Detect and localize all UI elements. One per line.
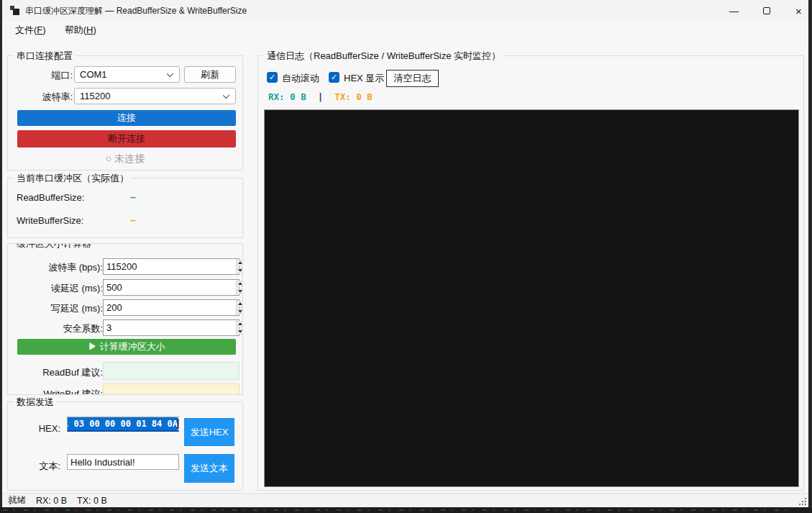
titlebar: 串口缓冲区深度理解 — ReadBufferSize & WriteBuffer…	[2, 0, 808, 22]
statusbar: 就绪 RX: 0 B TX: 0 B	[2, 493, 808, 507]
group-data-send: 数据发送 HEX: 01 03 00 00 00 01 84 0A 发送HEX …	[7, 401, 243, 491]
group-title: 缓冲区大小计算器	[14, 243, 94, 250]
readbuffersize-value: –	[130, 191, 136, 203]
read-delay-field	[103, 279, 240, 296]
resize-grip[interactable]	[798, 496, 807, 506]
counter-separator: |	[306, 91, 335, 102]
status-rx-text: RX: 0 B	[36, 496, 67, 506]
screen: 串口缓冲区深度理解 — ReadBufferSize & WriteBuffer…	[0, 0, 812, 513]
group-current-buffers: 当前串口缓冲区（实际值） ReadBufferSize: – WriteBuff…	[7, 178, 243, 238]
writebuffersize-value: –	[130, 214, 136, 226]
spin-up-icon[interactable]	[237, 321, 243, 327]
autoscroll-label: 自动滚动	[282, 72, 319, 85]
desktop-speckles	[3, 509, 794, 511]
connection-status-text: ○ 未连接	[8, 153, 242, 165]
refresh-button[interactable]: 刷新	[184, 66, 236, 83]
rx-counter: RX: 0 B	[268, 91, 306, 102]
group-title: 当前串口缓冲区（实际值）	[14, 172, 132, 185]
maximize-box	[763, 7, 770, 14]
send-hex-button[interactable]: 发送HEX	[184, 418, 234, 446]
send-text-button[interactable]: 发送文本	[184, 454, 234, 483]
read-delay-label: 读延迟 (ms):	[14, 282, 103, 295]
port-value: COM1	[80, 69, 107, 80]
baud-value: 115200	[80, 91, 110, 101]
disconnect-button[interactable]: 断开连接	[17, 130, 236, 147]
safety-factor-label: 安全系数:	[14, 322, 103, 335]
group-communication-log: 通信日志（ReadBufferSize / WriteBufferSize 实时…	[257, 55, 804, 491]
hex-input[interactable]: 01 03 00 00 00 01 84 0A	[67, 417, 179, 432]
safety-factor-field	[103, 319, 240, 336]
write-delay-input[interactable]	[104, 300, 236, 315]
clear-log-button[interactable]: 清空日志	[386, 70, 439, 87]
minimize-icon[interactable]: —	[718, 0, 750, 22]
window-title: 串口缓冲区深度理解 — ReadBufferSize & WriteBuffer…	[25, 5, 247, 17]
group-serial-connection: 串口连接配置 端口: COM1 刷新 波特率: 115200 连接 断开连接 ○…	[7, 55, 243, 171]
group-title: 串口连接配置	[14, 50, 76, 63]
menu-item-file[interactable]: 文件(F)	[11, 22, 50, 38]
text-input[interactable]	[67, 454, 179, 470]
text-caret	[178, 419, 178, 429]
rx-tx-counters: RX: 0 B|TX: 0 B	[268, 91, 373, 102]
baudrate-bps-input[interactable]	[104, 259, 236, 274]
maximize-icon[interactable]	[750, 0, 783, 22]
baudrate-bps-label: 波特率 (bps):	[14, 261, 103, 274]
chevron-down-icon	[223, 92, 229, 99]
hex-display-label: HEX 显示	[344, 72, 384, 85]
calculate-buffer-button[interactable]: ▶ 计算缓冲区大小	[17, 339, 236, 355]
app-icon	[10, 6, 21, 17]
baud-label: 波特率:	[14, 91, 73, 104]
writebuf-suggestion-field	[103, 383, 240, 395]
menubar: 文件(F) 帮助(H)	[2, 22, 808, 39]
group-title: 数据发送	[14, 396, 57, 409]
group-title: 通信日志（ReadBufferSize / WriteBufferSize 实时…	[264, 50, 503, 63]
log-output-area[interactable]	[264, 109, 799, 487]
hex-selected-text: 01 03 00 00 00 01 84 0A	[67, 417, 178, 430]
read-delay-spinner	[236, 280, 243, 295]
autoscroll-checkbox[interactable]: ✓	[267, 72, 278, 83]
spin-down-icon[interactable]	[237, 268, 243, 274]
spin-down-icon[interactable]	[237, 309, 243, 315]
readbuf-suggestion-field	[103, 362, 240, 380]
writebuffersize-label: WriteBufferSize:	[17, 215, 83, 226]
close-icon[interactable]: ×	[783, 0, 808, 22]
baudrate-spinner	[236, 259, 243, 274]
read-delay-input[interactable]	[104, 280, 236, 295]
spin-down-icon[interactable]	[237, 289, 243, 295]
menu-item-help[interactable]: 帮助(H)	[60, 22, 101, 38]
tx-counter: TX: 0 B	[334, 91, 373, 102]
readbuffersize-label: ReadBufferSize:	[17, 192, 84, 203]
group-buffer-calculator: 缓冲区大小计算器 波特率 (bps): 读延迟 (ms): 写延迟 (ms):	[7, 243, 243, 395]
spin-up-icon[interactable]	[237, 301, 243, 307]
write-delay-spinner	[236, 300, 243, 315]
spin-up-icon[interactable]	[237, 260, 243, 266]
port-combobox[interactable]: COM1	[74, 66, 180, 83]
app-window: 串口缓冲区深度理解 — ReadBufferSize & WriteBuffer…	[2, 0, 808, 507]
chevron-down-icon	[167, 71, 173, 77]
status-tx-text: TX: 0 B	[77, 496, 107, 506]
spin-down-icon[interactable]	[237, 329, 243, 335]
baud-combobox[interactable]: 115200	[74, 88, 236, 104]
write-delay-field	[103, 299, 240, 316]
safety-factor-spinner	[236, 320, 243, 335]
connect-button[interactable]: 连接	[17, 110, 236, 126]
spin-up-icon[interactable]	[237, 281, 243, 287]
writebuf-suggestion-label: WriteBuf 建议:	[14, 388, 103, 395]
port-label: 端口:	[14, 69, 73, 82]
baudrate-bps-field	[103, 258, 240, 275]
readbuf-suggestion-label: ReadBuf 建议:	[14, 366, 103, 379]
hex-display-checkbox[interactable]: ✓	[329, 72, 339, 83]
hex-label: HEX:	[14, 423, 60, 434]
status-ready-text: 就绪	[8, 494, 26, 507]
text-label: 文本:	[14, 460, 60, 473]
desktop-background-strip	[0, 507, 812, 513]
write-delay-label: 写延迟 (ms):	[14, 302, 103, 315]
safety-factor-input[interactable]	[104, 320, 236, 335]
